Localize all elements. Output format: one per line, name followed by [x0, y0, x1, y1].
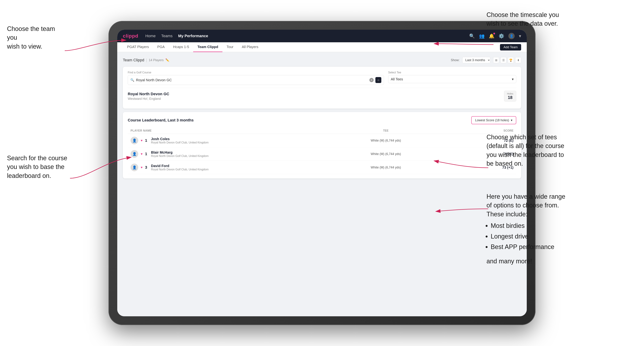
tee-value: All Tees	[391, 77, 403, 81]
col-header-player: PLAYER NAME	[130, 129, 322, 132]
select-tee-label: Select Tee	[388, 71, 516, 74]
course-name: Royal North Devon GC	[128, 92, 169, 96]
player-info-1: 👤 ♥ 1 Josh Coles Royal North Devon Golf …	[130, 137, 322, 144]
course-info: Royal North Devon GC Westward Ho!, Engla…	[128, 92, 169, 101]
tab-pgat-players[interactable]: PGAT Players	[123, 42, 153, 52]
player-rank-1: 1	[145, 138, 148, 143]
holes-number: 18	[508, 95, 512, 100]
annotation-choose-team: Choose the team you wish to view.	[7, 24, 66, 51]
clear-search-button[interactable]: ✕	[370, 78, 374, 82]
bell-icon[interactable]: 🔔	[489, 33, 494, 39]
player-info-2: 👤 ♥ 1 Blair McHarg Royal North Devon Gol…	[130, 150, 322, 158]
team-title-group: Team Clippd | 14 Players ✏️	[123, 58, 169, 62]
avatar-blair-mcharg: 👤	[130, 150, 138, 158]
player-rank-2: 1	[145, 152, 148, 156]
player-tee-1: White (M) (6,744 yds)	[322, 139, 450, 142]
table-row: 👤 ♥ 1 Blair McHarg Royal North Devon Gol…	[128, 147, 516, 161]
search-input-wrap: 🔍 ✕ ☆	[128, 75, 384, 85]
avatar[interactable]: 👤	[508, 33, 515, 39]
holes-badge: Holes 18	[504, 91, 516, 102]
tabs-bar: PGAT Players PGA Hcaps 1-5 Team Clippd T…	[117, 42, 527, 52]
tee-chevron-icon: ▾	[512, 77, 514, 81]
tab-team-clippd[interactable]: Team Clippd	[193, 42, 222, 52]
tab-hcaps[interactable]: Hcaps 1-5	[169, 42, 193, 52]
course-result: Royal North Devon GC Westward Ho!, Engla…	[128, 88, 516, 104]
show-label: Show:	[451, 58, 460, 62]
tab-pga[interactable]: PGA	[153, 42, 169, 52]
nav-home[interactable]: Home	[145, 34, 156, 38]
holes-label: Holes	[507, 92, 513, 95]
option-app: Best APP performance	[491, 243, 565, 251]
favourite-button[interactable]: ☆	[376, 77, 381, 83]
player-details-1: Josh Coles Royal North Devon Golf Club, …	[151, 137, 208, 144]
tab-tour[interactable]: Tour	[222, 42, 238, 52]
player-name-2: Blair McHarg	[151, 151, 208, 155]
tablet-screen: clippd Home Teams My Performance 🔍 👥 🔔 ⚙…	[117, 30, 527, 316]
options-list: Most birdies Longest drive Best APP perf…	[491, 221, 565, 251]
team-controls: Show: Last 3 months ⊞ ☰ 🏆 ⬇	[451, 57, 521, 63]
table-row: 👤 ♥ 1 Josh Coles Royal North Devon Golf …	[128, 134, 516, 147]
nav-links: Home Teams My Performance	[145, 34, 462, 38]
nav-teams[interactable]: Teams	[161, 34, 172, 38]
annotation-search-course: Search for the course you wish to base t…	[7, 154, 67, 180]
annotation-options: Here you have a wide range of options to…	[486, 192, 565, 266]
search-row: Find a Golf Course 🔍 ✕ ☆ Select Tee All …	[128, 71, 516, 85]
annotation-timescale: Choose the timescale you wish to see the…	[486, 10, 559, 28]
heart-icon-1[interactable]: ♥	[141, 139, 142, 142]
grid-view-icon[interactable]: ⊞	[493, 57, 499, 63]
avatar-david-ford: 👤	[130, 164, 138, 171]
annotation-tee-selection: Choose which set of tees (default is all…	[486, 133, 564, 168]
avatar-josh-coles: 👤	[130, 137, 138, 144]
score-option-label: Lowest Score (18 holes)	[475, 119, 509, 122]
player-name-1: Josh Coles	[151, 137, 208, 141]
player-club-3: Royal North Devon Golf Club, United King…	[151, 168, 208, 171]
edit-icon[interactable]: ✏️	[166, 58, 169, 62]
pipe-separator: |	[146, 58, 147, 62]
player-club-2: Royal North Devon Golf Club, United King…	[151, 155, 208, 158]
search-card: Find a Golf Course 🔍 ✕ ☆ Select Tee All …	[123, 67, 521, 109]
select-tee-group: Select Tee All Tees ▾	[388, 71, 516, 85]
find-course-group: Find a Golf Course 🔍 ✕ ☆	[128, 71, 384, 85]
course-search-input[interactable]	[136, 78, 368, 82]
add-team-button[interactable]: Add Team	[500, 44, 521, 50]
main-content: Team Clippd | 14 Players ✏️ Show: Last 3…	[117, 52, 527, 316]
app-logo: clippd	[123, 33, 138, 39]
player-club-1: Royal North Devon Golf Club, United King…	[151, 141, 208, 144]
tee-select-wrap[interactable]: All Tees ▾	[388, 75, 516, 83]
table-header: PLAYER NAME TEE SCORE	[128, 128, 516, 134]
player-details-3: David Ford Royal North Devon Golf Club, …	[151, 164, 208, 171]
trophy-icon[interactable]: 🏆	[508, 57, 514, 63]
heart-icon-2[interactable]: ♥	[141, 152, 142, 156]
player-tee-2: White (M) (6,744 yds)	[322, 152, 450, 156]
score-type-select[interactable]: Lowest Score (18 holes) ▾	[471, 116, 516, 124]
search-icon[interactable]: 🔍	[469, 33, 475, 39]
tablet-device: clippd Home Teams My Performance 🔍 👥 🔔 ⚙…	[108, 21, 536, 325]
tab-all-players[interactable]: All Players	[238, 42, 262, 52]
player-rank-3: 3	[145, 165, 148, 170]
col-header-tee: TEE	[322, 129, 450, 132]
settings-icon[interactable]: ⚙️	[498, 33, 504, 39]
team-header: Team Clippd | 14 Players ✏️ Show: Last 3…	[123, 57, 521, 63]
search-input-icon: 🔍	[130, 78, 134, 82]
nav-icon-group: 🔍 👥 🔔 ⚙️ 👤 ▾	[469, 33, 521, 39]
course-location: Westward Ho!, England	[128, 97, 169, 101]
player-count: 14 Players	[149, 58, 164, 62]
option-birdies: Most birdies	[491, 221, 565, 230]
chevron-down-icon[interactable]: ▾	[519, 33, 521, 39]
list-view-icon[interactable]: ☰	[500, 57, 506, 63]
download-icon[interactable]: ⬇	[515, 57, 521, 63]
heart-icon-3[interactable]: ♥	[141, 166, 142, 169]
leaderboard-title: Course Leaderboard, Last 3 months	[128, 118, 194, 123]
and-more-text: and many more!	[486, 257, 565, 266]
view-icons-group: ⊞ ☰ 🏆 ⬇	[493, 57, 521, 63]
player-name-3: David Ford	[151, 164, 208, 168]
nav-my-performance[interactable]: My Performance	[178, 34, 208, 38]
find-course-label: Find a Golf Course	[128, 71, 384, 74]
col-header-score: SCORE	[450, 129, 514, 132]
score-select-chevron: ▾	[511, 118, 512, 122]
table-row: 👤 ♥ 3 David Ford Royal North Devon Golf …	[128, 161, 516, 174]
navigation-bar: clippd Home Teams My Performance 🔍 👥 🔔 ⚙…	[117, 30, 527, 42]
player-info-3: 👤 ♥ 3 David Ford Royal North Devon Golf …	[130, 164, 322, 171]
show-period-select[interactable]: Last 3 months	[462, 57, 490, 63]
people-icon[interactable]: 👥	[479, 33, 484, 39]
